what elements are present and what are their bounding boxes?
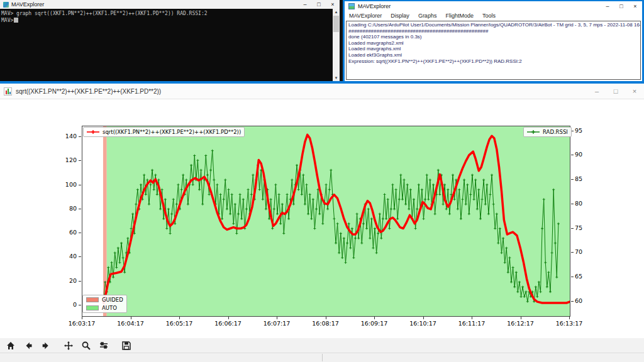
- forward-icon[interactable]: [39, 339, 53, 352]
- y-tick-label-right: 85: [575, 175, 590, 182]
- plot-close-button[interactable]: ×: [625, 84, 644, 99]
- x-tick-label: 16:10:17: [408, 320, 439, 327]
- y-tick-right: [571, 228, 574, 229]
- y-tick-label-left: 0: [60, 301, 77, 308]
- y-tick-label-right: 75: [575, 224, 590, 231]
- mavexplorer-title: MAVExplorer: [358, 3, 391, 9]
- y-tick-right: [571, 277, 574, 277]
- y-tick-right: [571, 301, 574, 302]
- x-tick: [326, 317, 326, 319]
- chart-canvas: [82, 126, 570, 316]
- x-tick-label: 16:07:17: [261, 320, 292, 327]
- y-tick-label-left: 60: [60, 229, 77, 236]
- x-tick-label: 16:04:17: [115, 320, 147, 327]
- plot-title: sqrt((XKF1.PN**2)++(XKF1.PE**2)++(XKF1.P…: [16, 88, 161, 95]
- log-line: Loading C:/Users/ArduPilot User1/Documen…: [348, 22, 638, 28]
- y-tick-label-left: 40: [60, 253, 77, 260]
- zoom-icon[interactable]: [79, 339, 93, 352]
- console-output[interactable]: MAV> graph sqrt((XKF1.PN**2)++(XKF1.PE**…: [1, 10, 332, 81]
- menu-bar: MAVExplorerDisplayGraphsFlightModeTools: [345, 11, 642, 20]
- legend-right-label: RAD.RSSI: [543, 129, 568, 135]
- legend-right-series: RAD.RSSI: [523, 127, 572, 137]
- back-icon[interactable]: [21, 339, 35, 352]
- y-tick-left: [79, 256, 81, 257]
- y-tick-right: [571, 204, 574, 204]
- scrollbar-thumb[interactable]: [333, 16, 339, 32]
- mavexplorer-app-icon: [348, 3, 355, 9]
- y-tick-label-left: 100: [60, 181, 77, 188]
- console-maximize-button[interactable]: □: [312, 0, 326, 9]
- legend-mode-label: AUTO: [102, 305, 117, 311]
- menu-mavexplorer[interactable]: MAVExplorer: [345, 11, 386, 20]
- x-tick-label: 16:03:17: [66, 320, 97, 327]
- menu-display[interactable]: Display: [386, 11, 414, 20]
- status-bar: [0, 353, 644, 362]
- y-tick-left: [79, 305, 81, 305]
- x-tick: [569, 317, 570, 319]
- x-tick: [228, 317, 229, 319]
- x-tick: [277, 317, 277, 319]
- scrollbar-down-icon[interactable]: ▼: [333, 75, 340, 81]
- y-tick-left: [79, 160, 81, 161]
- flight-mode-band-auto: [107, 126, 570, 316]
- menu-tools[interactable]: Tools: [478, 11, 500, 20]
- x-tick-label: 16:05:17: [164, 320, 195, 327]
- x-tick-label: 16:13:17: [553, 320, 585, 327]
- save-icon[interactable]: [119, 339, 133, 352]
- green-line-sample-icon: [527, 129, 540, 134]
- console-command-line: MAV> graph sqrt((XKF1.PN**2)++(XKF1.PE**…: [1, 11, 208, 16]
- y-tick-label-right: 90: [575, 151, 590, 158]
- plot-maximize-button[interactable]: □: [606, 84, 625, 99]
- home-icon[interactable]: [4, 339, 18, 352]
- y-tick-label-left: 80: [60, 205, 77, 212]
- legend-mode-auto: AUTO: [86, 305, 117, 311]
- console-titlebar[interactable]: MAVExplorer – □ ×: [0, 0, 340, 9]
- desktop: MAVExplorer – □ × MAV> graph sqrt((XKF1.…: [0, 0, 644, 362]
- legend-left-series: sqrt((XKF1.PN**2)++(XKF1.PE**2)++(XKF1.P…: [83, 127, 245, 137]
- menu-graphs[interactable]: Graphs: [414, 11, 441, 20]
- log-line: done (402107 messages in 0.3s): [348, 34, 638, 40]
- y-tick-left: [79, 233, 81, 233]
- x-tick: [179, 317, 180, 319]
- x-tick: [521, 317, 521, 319]
- log-line: Expression: sqrt((XKF1.PN**2)++(XKF1.PE*…: [348, 58, 638, 65]
- y-tick-label-right: 80: [575, 200, 590, 207]
- guided-color-patch: [86, 297, 99, 302]
- x-tick: [423, 317, 424, 319]
- y-tick-right: [571, 252, 574, 253]
- legend-left-label: sqrt((XKF1.PN**2)++(XKF1.PE**2)++(XKF1.P…: [103, 129, 241, 135]
- console-app-icon: [3, 2, 9, 8]
- plot-titlebar[interactable]: sqrt((XKF1.PN**2)++(XKF1.PE**2)++(XKF1.P…: [0, 84, 644, 99]
- x-tick: [82, 317, 82, 319]
- console-minimize-button[interactable]: –: [298, 0, 312, 9]
- y-tick-right: [571, 179, 574, 180]
- y-tick-left: [79, 185, 81, 185]
- y-tick-left: [79, 281, 81, 282]
- mavexplorer-maximize-button[interactable]: □: [614, 1, 628, 11]
- menu-flightmode[interactable]: FlightMode: [441, 11, 478, 20]
- console-window: MAVExplorer – □ × MAV> graph sqrt((XKF1.…: [0, 0, 340, 81]
- y-tick-label-right: 65: [575, 273, 590, 280]
- scrollbar-up-icon[interactable]: ▲: [333, 9, 340, 15]
- configure-subplots-icon[interactable]: [97, 339, 111, 352]
- console-scrollbar[interactable]: ▲ ▼: [333, 9, 340, 81]
- mavexplorer-close-button[interactable]: ×: [628, 1, 642, 11]
- auto-color-patch: [86, 305, 99, 310]
- mavexplorer-titlebar[interactable]: MAVExplorer – □ ×: [345, 1, 642, 11]
- console-cursor: [14, 18, 18, 23]
- plot-app-icon: [4, 87, 12, 96]
- y-tick-right: [571, 155, 574, 155]
- log-line: ########################################…: [348, 28, 638, 35]
- y-tick-label-left: 20: [60, 277, 77, 284]
- x-tick-label: 16:11:17: [456, 320, 487, 327]
- status-bar-divider: [322, 354, 323, 361]
- red-line-sample-icon: [87, 129, 99, 134]
- console-close-button[interactable]: ×: [326, 0, 340, 9]
- mavexplorer-minimize-button[interactable]: –: [601, 1, 614, 11]
- chart-plot-area[interactable]: [82, 126, 570, 317]
- pan-icon[interactable]: [62, 339, 75, 352]
- x-tick-label: 16:12:17: [505, 320, 536, 327]
- y-tick-label-right: 70: [575, 248, 590, 255]
- plot-minimize-button[interactable]: –: [587, 84, 606, 99]
- x-tick: [374, 317, 375, 319]
